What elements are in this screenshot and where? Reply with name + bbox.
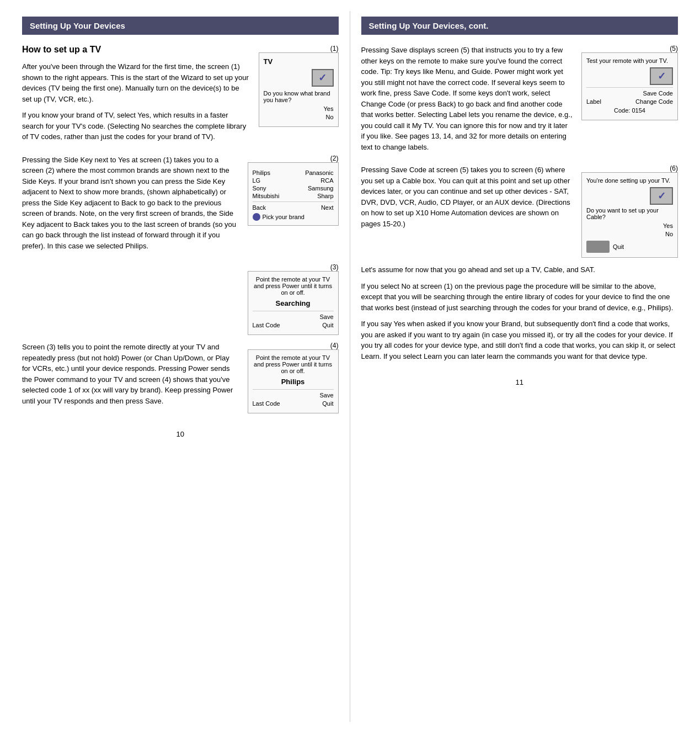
screen3-box: Point the remote at your TV and press Po… [248, 271, 339, 335]
left-page-number: 10 [22, 430, 339, 438]
right-para-3: Let's assume for now that you go ahead a… [361, 264, 678, 275]
left-h2: How to set up a TV [22, 45, 250, 55]
screen6-quit: Quit [613, 243, 624, 250]
brand-samsung: Samsung [308, 185, 333, 192]
screen4-last-code: Last Code [253, 400, 280, 407]
screen3-instruction: Point the remote at your TV and press Po… [253, 276, 334, 296]
tv-icon-1: ✓ [312, 69, 334, 87]
screen4-box: Point the remote at your TV and press Po… [248, 349, 339, 413]
pick-brand-icon [253, 213, 260, 221]
screen1-no-row: No [264, 114, 334, 120]
brand-sony: Sony [253, 185, 266, 192]
screen5-instruction: Test your remote with your TV. [586, 57, 673, 64]
pick-brand-label: Pick your brand [263, 214, 304, 220]
screen4-quit: Quit [322, 400, 333, 407]
screen6-no: No [665, 231, 673, 237]
screen1-title: TV [264, 57, 334, 66]
screen1-yes-row: Yes [264, 105, 334, 112]
screen6-box: You're done setting up your TV. ✓ Do you… [581, 172, 678, 258]
screen3-save: Save [319, 314, 333, 320]
screen6-instruction: You're done setting up your TV. [586, 177, 673, 184]
screen2-number: (2) [248, 155, 339, 162]
pick-brand-row: Pick your brand [253, 213, 334, 221]
screen5-box: Test your remote with your TV. ✓ Save Co… [581, 52, 678, 120]
screen4-brand: Philips [253, 378, 334, 386]
brand-philips: Philips [253, 169, 270, 176]
right-para-5: If you say Yes when asked if you know yo… [361, 318, 678, 362]
screen4-save: Save [319, 392, 333, 399]
screen3-quit: Quit [322, 322, 333, 328]
screen1-box: TV ✓ Do you know what brand you have? Ye… [259, 52, 339, 127]
brand-list: PhilipsPanasonic LGRCA SonySamsung Mitsu… [253, 169, 334, 199]
brand-lg: LG [253, 177, 261, 184]
screen5-change-code: Change Code [635, 98, 673, 105]
left-column: Setting Up Your Devices How to set up a … [11, 11, 350, 722]
screen6-question: Do you want to set up your Cable? [586, 207, 673, 220]
screen1-number: (1) [259, 45, 339, 52]
screen3-number: (3) [248, 263, 339, 271]
para-4: Screen (3) tells you to point the remote… [22, 342, 239, 406]
right-para-4: If you select No at screen (1) on the pr… [361, 281, 678, 314]
brand-mitsubishi: Mitsubishi [253, 193, 280, 199]
screen4-number: (4) [248, 342, 339, 349]
right-page-number: 11 [361, 378, 678, 386]
right-header: Setting Up Your Devices, cont. [361, 17, 678, 35]
para-1: After you've been through the Wizard for… [22, 61, 250, 104]
screen5-save-code: Save Code [643, 90, 673, 97]
screen6-yes: Yes [663, 222, 673, 229]
tv-icon-6: ✓ [650, 187, 673, 205]
screen1-yes: Yes [324, 105, 334, 112]
searching-text: Searching [253, 299, 334, 307]
screen5-label: Label [586, 98, 601, 105]
screen5-number: (5) [581, 45, 678, 52]
screen4-instruction: Point the remote at your TV and press Po… [253, 354, 334, 374]
screen1-no: No [325, 114, 333, 120]
right-para-1: Pressing Save displays screen (5) that i… [361, 45, 573, 152]
right-column: Setting Up Your Devices, cont. Pressing … [350, 11, 690, 722]
screen1-question: Do you know what brand you have? [264, 90, 334, 103]
screen2-box: PhilipsPanasonic LGRCA SonySamsung Mitsu… [248, 162, 339, 226]
brand-rca: RCA [320, 177, 333, 184]
screen2-back: Back [253, 204, 266, 211]
brand-panasonic: Panasonic [305, 169, 333, 176]
brand-sharp: Sharp [317, 193, 333, 199]
tv-icon-5: ✓ [650, 67, 673, 85]
left-header: Setting Up Your Devices [22, 17, 339, 35]
right-para-2: Pressing Save Code at screen (5) takes y… [361, 164, 573, 229]
screen3-last-code: Last Code [253, 322, 280, 328]
para-3: Pressing the Side Key next to Yes at scr… [22, 155, 239, 252]
screen6-number: (6) [581, 164, 678, 172]
para-2: If you know your brand of TV, select Yes… [22, 110, 250, 142]
screen5-code: Code: 0154 [614, 107, 645, 114]
screen2-next: Next [321, 204, 334, 211]
cable-box-icon [586, 241, 610, 253]
